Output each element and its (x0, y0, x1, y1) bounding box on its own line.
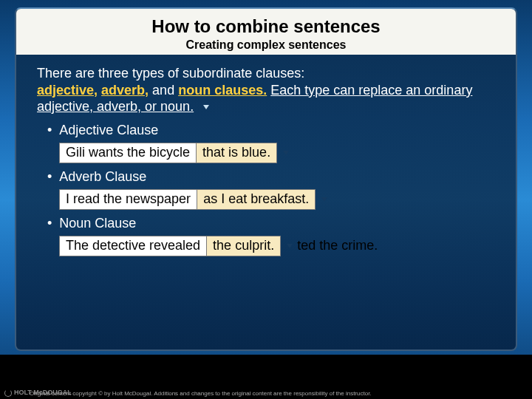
footer-bar: HOLT McDOUGAL Original content copyright… (0, 355, 532, 399)
clause-list: Adjective Clause Gili wants the bicycle … (37, 123, 495, 256)
subordinate-clause-box: the culprit. (206, 236, 281, 256)
item-label: Noun Clause (59, 216, 136, 231)
trailing-text: ted the crime. (297, 238, 378, 253)
independent-clause-box: The detective revealed (59, 236, 207, 256)
example-row: The detective revealed the culprit. ted … (59, 236, 495, 256)
list-item: Noun Clause (47, 216, 495, 231)
caret-down-icon (203, 105, 209, 109)
intro-line1: There are three types of subordinate cla… (37, 66, 304, 81)
highlight-adverb: adverb, (101, 83, 149, 98)
item-label: Adjective Clause (59, 123, 158, 137)
slide-title: How to combine sentences (37, 16, 495, 37)
swirl-icon (4, 389, 12, 397)
subordinate-clause-box: as I eat breakfast. (197, 189, 316, 210)
example-row: I read the newspaper as I eat breakfast. (59, 189, 495, 210)
intro-mid: and (152, 83, 178, 98)
copyright-text: Original content copyright © by Holt McD… (30, 390, 372, 397)
example-row: Gili wants the bicycle that is blue. (59, 143, 495, 163)
slide-pane: How to combine sentences Creating comple… (15, 7, 517, 351)
independent-clause-box: I read the newspaper (59, 189, 197, 210)
intro-text: There are three types of subordinate cla… (37, 65, 495, 115)
list-item: Adjective Clause (47, 123, 495, 138)
highlight-adjective: adjective, (37, 83, 98, 98)
highlight-noun: noun clauses. (178, 83, 267, 98)
item-label: Adverb Clause (59, 169, 146, 184)
slide-subtitle: Creating complex sentences (37, 38, 495, 52)
caret-down-icon (287, 244, 293, 248)
list-item: Adverb Clause (47, 169, 495, 185)
independent-clause-box: Gili wants the bicycle (59, 143, 197, 163)
caret-down-icon (321, 197, 327, 202)
subordinate-clause-box: that is blue. (196, 143, 277, 163)
caret-down-icon (283, 151, 289, 155)
